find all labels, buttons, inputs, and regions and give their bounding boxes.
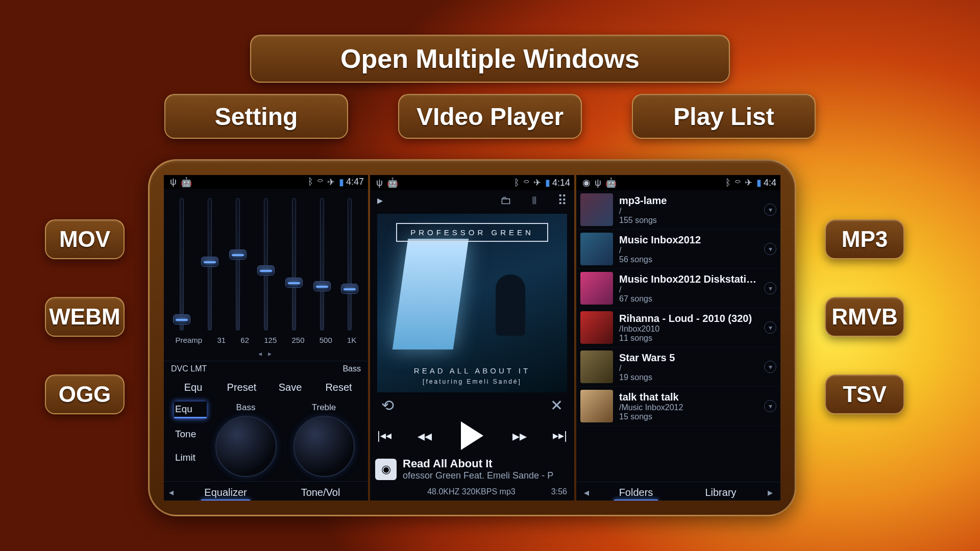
rewind-icon[interactable]: ◂◂: [418, 428, 432, 444]
expand-icon[interactable]: ▾: [764, 321, 776, 334]
track-title: Read All About It: [403, 457, 569, 470]
shuffle-icon[interactable]: ✕: [550, 396, 563, 414]
eq-preset-button[interactable]: Preset: [217, 382, 266, 393]
expand-icon[interactable]: ▾: [764, 361, 776, 373]
tab-equalizer[interactable]: Equalizer: [178, 487, 273, 498]
bluetooth-icon: ᛒ: [308, 177, 313, 187]
screen-equalizer: ψ 🤖 ᛒ ⌔ ✈ ▮ 4:47 Preamp31621252505001K ◂…: [164, 175, 368, 500]
android-icon: 🤖: [181, 177, 192, 188]
repeat-icon[interactable]: ⟲: [381, 396, 394, 414]
expand-icon[interactable]: ▾: [764, 243, 776, 255]
wifi-icon: ⌔: [735, 178, 741, 188]
prev-arrow-icon[interactable]: ◂: [164, 487, 178, 498]
setting-button[interactable]: Setting: [164, 94, 348, 139]
sliders-icon[interactable]: ⫴: [532, 194, 537, 207]
playlist-item[interactable]: mp3-lame/155 songs▾: [576, 190, 780, 230]
playlist-path: /Music Inbox2012: [619, 403, 758, 412]
expand-icon[interactable]: ▾: [764, 204, 776, 216]
bass-knob[interactable]: [215, 416, 277, 477]
audio-meta: 48.0KHZ 320KBPS mp3: [427, 487, 516, 496]
eq-tone-tab[interactable]: Tone: [174, 427, 207, 442]
bass-knob-label: Bass: [215, 403, 277, 413]
tab-library[interactable]: Library: [678, 487, 763, 498]
device-frame: ψ 🤖 ᛒ ⌔ ✈ ▮ 4:47 Preamp31621252505001K ◂…: [148, 159, 796, 516]
tab-folders[interactable]: Folders: [594, 487, 678, 498]
eq-slider-preamp[interactable]: [172, 198, 192, 331]
playlist-count: 15 songs: [619, 412, 758, 421]
playlist-item[interactable]: Rihanna - Loud - 2010 (320)/Inbox201011 …: [576, 308, 780, 347]
status-time: 4:14: [552, 178, 570, 188]
playlist-button[interactable]: Play List: [632, 94, 816, 139]
format-tsv[interactable]: TSV: [825, 374, 904, 414]
playlist-list[interactable]: mp3-lame/155 songs▾Music Inbox2012/56 so…: [576, 190, 780, 482]
next-track-icon[interactable]: ▸▸|: [553, 429, 567, 442]
playlist-title: Rihanna - Loud - 2010 (320): [619, 313, 758, 324]
status-bar: ψ 🤖 ᛒ ⌔ ✈ ▮ 4:47: [164, 175, 368, 189]
format-rmvb[interactable]: RMVB: [825, 297, 904, 337]
eq-slider-500[interactable]: [312, 198, 332, 331]
visual-icon[interactable]: ⠿: [557, 193, 567, 209]
playlist-item[interactable]: talk that talk/Music Inbox201215 songs▾: [576, 387, 780, 426]
tab-tone-vol[interactable]: Tone/Vol: [273, 487, 368, 498]
expand-icon[interactable]: ▾: [764, 400, 776, 412]
playlist-path: /: [619, 207, 758, 216]
status-bar: ψ 🤖 ᛒ ⌔ ✈ ▮ 4:14: [370, 175, 574, 190]
format-mov[interactable]: MOV: [45, 219, 125, 259]
play-indicator-icon: ◉: [582, 177, 591, 188]
eq-band-label: 1K: [347, 336, 356, 344]
screen-playlist: ◉ ψ 🤖 ᛒ ⌔ ✈ ▮ 4:4 mp3-lame/155 songs▾Mus…: [576, 175, 780, 500]
eq-slider-62[interactable]: [228, 198, 248, 331]
eq-dvc-row: DVC LMT Bass: [164, 361, 368, 377]
battery-icon: ▮: [339, 177, 344, 188]
eq-slider-31[interactable]: [200, 198, 220, 331]
forward-icon[interactable]: ▸▸: [512, 428, 527, 444]
playlist-thumb: [580, 233, 613, 265]
eq-limit-tab[interactable]: Limit: [174, 450, 207, 465]
play-small-icon[interactable]: ▸: [377, 194, 383, 207]
wifi-icon: ⌔: [317, 177, 323, 187]
format-webm[interactable]: WEBM: [45, 297, 125, 337]
eq-slider-1k[interactable]: [339, 198, 360, 331]
treble-knob[interactable]: [293, 416, 355, 477]
airplane-icon: ✈: [533, 177, 541, 188]
eq-slider-250[interactable]: [284, 198, 304, 331]
video-player-button[interactable]: VIdeo Player: [398, 94, 582, 139]
playlist-thumb: [580, 311, 613, 344]
formats-right: MP3 RMVB TSV: [825, 219, 904, 414]
track-meta-row: 48.0KHZ 320KBPS mp3 3:56: [370, 484, 574, 500]
playlist-count: 56 songs: [619, 255, 758, 264]
dvc-label: DVC LMT: [171, 364, 207, 373]
playlist-item[interactable]: Music Inbox2012/56 songs▾: [576, 230, 780, 269]
eq-equ-tab[interactable]: Equ: [174, 402, 207, 418]
format-mp3[interactable]: MP3: [825, 219, 904, 259]
bluetooth-icon: ᛒ: [514, 178, 520, 188]
eq-slider-125[interactable]: [256, 198, 276, 331]
playlist-path: /Inbox2010: [619, 324, 758, 334]
airplane-icon: ✈: [327, 177, 335, 188]
status-time: 4:4: [764, 178, 776, 188]
playlist-item[interactable]: Music Inbox2012 Diskstation/67 songs▾: [576, 269, 780, 308]
android-icon: 🤖: [605, 177, 617, 188]
eq-band-label: 62: [240, 336, 249, 344]
now-playing-row[interactable]: ◉ Read All About It ofessor Green Feat. …: [370, 453, 574, 484]
formats-left: MOV WEBM OGG: [45, 219, 125, 414]
format-ogg[interactable]: OGG: [45, 374, 125, 414]
next-arrow-icon[interactable]: ▸: [763, 486, 777, 498]
playlist-tabbar: ◂ Folders Library ▸: [576, 482, 780, 500]
eq-save-button[interactable]: Save: [266, 382, 314, 393]
playlist-count: 155 songs: [619, 216, 758, 225]
eq-side-tabs: Equ Tone Limit: [169, 398, 207, 481]
play-button[interactable]: [461, 421, 483, 450]
prev-arrow-icon[interactable]: ◂: [579, 486, 594, 498]
android-icon: 🤖: [387, 177, 398, 188]
prev-track-icon[interactable]: |◂◂: [377, 429, 391, 442]
folder-icon[interactable]: 🗀: [500, 194, 511, 207]
eq-scroll-indicator: ◂ ▸: [164, 348, 368, 361]
eq-equ-button[interactable]: Equ: [169, 382, 217, 393]
eq-band-label: 250: [291, 336, 304, 344]
expand-icon[interactable]: ▾: [764, 282, 776, 294]
playlist-path: /: [619, 285, 758, 294]
eq-reset-button[interactable]: Reset: [314, 382, 363, 393]
playlist-item[interactable]: Star Wars 5/19 songs▾: [576, 347, 780, 387]
cover-door: [392, 239, 469, 349]
